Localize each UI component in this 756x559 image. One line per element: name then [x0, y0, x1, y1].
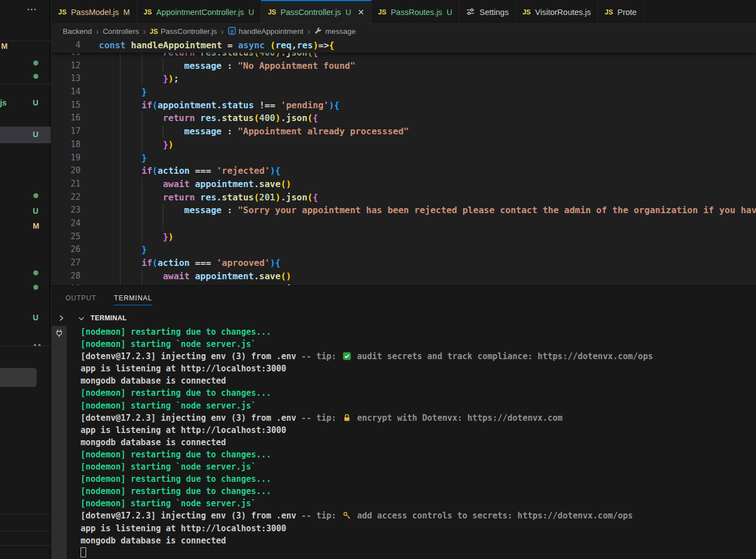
terminal-line: [dotenv@17.2.3] injecting env (3) from .…: [81, 350, 756, 362]
terminal-line: app is listening at http://localhost:300…: [81, 424, 756, 436]
js-file-icon: JS: [605, 8, 613, 16]
git-modified-dot: [33, 74, 38, 79]
chevron-right-icon[interactable]: [57, 314, 66, 323]
line-number: 16: [52, 112, 99, 125]
terminal-line: [nodemon] restarting due to changes...: [81, 326, 756, 338]
code-line: 15if(appointment.status !== 'pending'){: [52, 99, 756, 112]
line-number: 19: [52, 152, 99, 165]
terminal-gutter: [52, 326, 67, 559]
line-number: 25: [52, 230, 99, 244]
tab-visitorroutes-js[interactable]: JSVisitorRoutes.js: [516, 0, 598, 23]
check-icon: [342, 351, 352, 361]
vscode-window: ⋯ MjsUUUMU JSPassModel.jsMJSAppointmentC…: [0, 0, 756, 559]
terminal-cursor: [81, 547, 86, 557]
js-file-icon: JS: [58, 8, 67, 16]
git-status-badge: U: [33, 98, 38, 107]
terminal-section-header: TERMINAL: [52, 310, 756, 326]
tab-output[interactable]: OUTPUT: [66, 291, 96, 305]
terminal-section-title: TERMINAL: [91, 314, 127, 322]
sidebar-divider: [0, 514, 51, 515]
chevron-down-icon[interactable]: [77, 314, 86, 323]
close-icon[interactable]: ✕: [358, 8, 364, 17]
terminal-line: app is listening at http://localhost:300…: [81, 362, 756, 375]
line-number: 27: [52, 256, 99, 270]
line-number: 15: [52, 99, 99, 112]
tab-label: PassModel.js: [71, 8, 119, 17]
git-status-badge: js: [0, 98, 7, 107]
lock-icon: [342, 413, 352, 423]
tab-passcontroller-js[interactable]: JSPassController.jsU✕: [261, 0, 371, 23]
terminal-line: [nodemon] restarting due to changes...: [81, 473, 756, 485]
line-number: 24: [52, 217, 99, 230]
git-modified-dot: [33, 270, 38, 275]
terminal-line: [dotenv@17.2.3] injecting env (3) from .…: [81, 412, 756, 424]
sidebar-divider: [0, 531, 51, 531]
line-number: 12: [52, 59, 99, 73]
git-status-badge: U: [33, 313, 38, 322]
git-status-badge: M: [1, 42, 8, 51]
git-status-badge: M: [123, 8, 130, 17]
breadcrumb-separator: ›: [96, 27, 99, 36]
line-number: 4: [52, 39, 99, 52]
terminal-line: [nodemon] starting `node server.js`: [81, 461, 756, 473]
tab-settings[interactable]: Settings: [459, 0, 515, 23]
more-actions-icon[interactable]: ⋯: [27, 3, 37, 16]
tab-bar: JSPassModel.jsMJSAppointmentController.j…: [52, 0, 756, 24]
code-line: 17message : "Appointment already process…: [52, 125, 756, 138]
line-number: 22: [52, 191, 99, 204]
tab-label: AppointmentController.js: [156, 8, 244, 17]
breadcrumb-item-handleappointment[interactable]: @handleAppointment: [228, 27, 303, 37]
terminal-line: mongodb database is connected: [81, 535, 756, 547]
code-line: 26}: [52, 243, 756, 256]
code-line: 14}: [52, 85, 756, 99]
js-file-icon: JS: [144, 8, 152, 16]
js-file-icon: JS: [378, 8, 387, 16]
tab-terminal[interactable]: TERMINAL: [114, 291, 152, 305]
terminal-body[interactable]: [nodemon] restarting due to changes...[n…: [52, 326, 756, 559]
editor-column: JSPassModel.jsMJSAppointmentController.j…: [52, 0, 756, 559]
terminal-line: mongodb database is connected: [81, 436, 756, 449]
code-editor[interactable]: 11return res.status(400).json({12message…: [52, 39, 756, 285]
terminal-line: [81, 547, 756, 559]
tab-passroutes-js[interactable]: JSPassRoutes.jsU: [372, 0, 460, 23]
tab-passmodel-js[interactable]: JSPassModel.jsM: [52, 0, 137, 23]
breadcrumb-item-message[interactable]: message: [314, 27, 356, 37]
code-line: 20if(action === 'rejected'){: [52, 164, 756, 178]
selected-file-row[interactable]: [0, 127, 51, 143]
code-line: 18}): [52, 138, 756, 152]
code-lines: 11return res.status(400).json({12message…: [52, 39, 756, 285]
explorer-sidebar[interactable]: ⋯ MjsUUUMU: [0, 0, 51, 559]
tab-label: Settings: [479, 8, 508, 17]
line-number: 18: [52, 138, 99, 152]
breadcrumb-item-controllers[interactable]: Controllers: [103, 27, 139, 36]
sidebar-divider: [0, 346, 51, 346]
breadcrumb-separator: ›: [221, 27, 223, 36]
breadcrumb-item-backend[interactable]: Backend: [63, 27, 92, 36]
sticky-scroll-line[interactable]: 4const handleAppointment = async (req,re…: [52, 39, 756, 53]
tab-appointmentcontroller-js[interactable]: JSAppointmentController.jsU: [137, 0, 262, 23]
code-line: 22return res.status(201).json({: [52, 191, 756, 204]
terminal-line: [nodemon] restarting due to changes...: [81, 449, 756, 461]
terminal-line: [nodemon] starting `node server.js`: [81, 400, 756, 412]
sidebar-input-box[interactable]: [0, 368, 37, 387]
line-number: 20: [52, 164, 99, 178]
code-line: 13});: [52, 72, 756, 85]
tab-prote[interactable]: JSProte: [598, 0, 644, 23]
bottom-panel: OUTPUT TERMINAL TERMINAL: [52, 285, 756, 559]
settings-sliders-icon: [466, 7, 475, 18]
sidebar-divider: [0, 545, 51, 546]
breadcrumb: Backend›Controllers›JSPassController.js›…: [52, 24, 756, 39]
line-number: 21: [52, 178, 99, 191]
breadcrumb-item-passcontroller-js[interactable]: JSPassController.js: [149, 27, 217, 36]
tab-label: PassController.js: [281, 8, 341, 17]
terminal-line: [nodemon] starting `node server.js`: [81, 497, 756, 510]
js-file-icon: JS: [268, 8, 276, 16]
git-status-badge: U: [346, 8, 351, 17]
code-line: 23message : "Sorry your appointment has …: [52, 204, 756, 217]
panel-tab-bar: OUTPUT TERMINAL: [52, 286, 756, 310]
method-icon: @: [228, 27, 236, 37]
code-line: 29return res.status(201).json({: [52, 283, 756, 285]
tab-label: VisitorRoutes.js: [535, 8, 590, 17]
git-status-badge: U: [33, 130, 38, 139]
git-status-badge: U: [33, 207, 38, 215]
